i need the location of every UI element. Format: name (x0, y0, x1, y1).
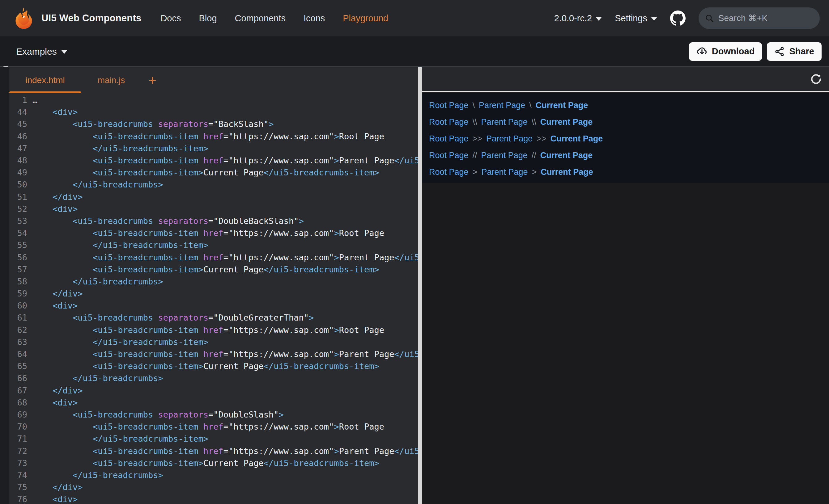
breadcrumb-link-parent[interactable]: Parent Page (481, 117, 528, 127)
settings-dropdown[interactable]: Settings (615, 13, 657, 24)
preview-content: Root Page\Parent Page\Current PageRoot P… (422, 93, 829, 504)
version-dropdown[interactable]: 2.0.0-rc.2 (554, 13, 602, 24)
code-text: <div> (32, 204, 78, 214)
tab-main-js[interactable]: main.js (81, 67, 142, 93)
code-line: 56 <ui5-breadcrumbs-item href="https://w… (9, 251, 418, 263)
code-line: 59 </div> (9, 287, 418, 300)
code-line: 65 <ui5-breadcrumbs-item>Current Page</u… (9, 360, 418, 372)
nav-link-docs[interactable]: Docs (160, 13, 181, 24)
code-text: </ui5-breadcrumbs> (32, 277, 163, 286)
line-number: 72 (9, 446, 27, 456)
code-text: <ui5-breadcrumbs separators="DoubleGreat… (32, 313, 314, 322)
ui5-phoenix-logo-icon (12, 7, 35, 30)
code-text: </ui5-breadcrumbs> (32, 373, 163, 383)
code-text: <ui5-breadcrumbs-item href="https://www.… (32, 325, 384, 335)
code-line: 44 <div> (9, 106, 418, 118)
code-text: <ui5-breadcrumbs-item>Current Page</ui5-… (32, 168, 379, 177)
download-label: Download (712, 46, 755, 56)
breadcrumb-link-root[interactable]: Root Page (429, 151, 469, 160)
code-text: </ui5-breadcrumbs-item> (32, 144, 208, 153)
breadcrumb-link-parent[interactable]: Parent Page (481, 151, 528, 160)
code-line: 50 </ui5-breadcrumbs> (9, 179, 418, 191)
code-line: 48 <ui5-breadcrumbs-item href="https://w… (9, 154, 418, 166)
code-text: </ui5-breadcrumbs> (32, 180, 163, 189)
code-line: 57 <ui5-breadcrumbs-item>Current Page</u… (9, 263, 418, 275)
line-number: 46 (9, 131, 27, 141)
line-number: 63 (9, 337, 27, 347)
brand-title: UI5 Web Components (41, 13, 141, 24)
code-line: 58 </ui5-breadcrumbs> (9, 275, 418, 287)
line-number: 69 (9, 410, 27, 419)
examples-dropdown[interactable]: Examples (16, 46, 67, 57)
code-text: <ui5-breadcrumbs-item href="https://www.… (32, 253, 418, 262)
code-text: <ui5-breadcrumbs separators="DoubleBackS… (32, 216, 304, 226)
breadcrumb-separator: \ (529, 101, 532, 110)
line-number: 50 (9, 180, 27, 189)
refresh-button[interactable] (808, 72, 823, 86)
breadcrumb-separator: // (532, 151, 536, 160)
breadcrumb-link-parent[interactable]: Parent Page (486, 134, 533, 144)
line-number: 54 (9, 228, 27, 238)
line-number: 68 (9, 398, 27, 408)
chevron-down-icon (651, 17, 657, 21)
code-line: 52 <div> (9, 203, 418, 215)
code-text: <ui5-breadcrumbs-item>Current Page</ui5-… (32, 265, 379, 274)
breadcrumb-row: Root Page\Parent Page\Current Page (429, 97, 829, 114)
nav-link-blog[interactable]: Blog (199, 13, 217, 24)
pane-splitter-handle[interactable] (418, 67, 422, 504)
examples-label: Examples (16, 46, 57, 57)
nav-link-icons[interactable]: Icons (303, 13, 325, 24)
line-number: 55 (9, 240, 27, 250)
breadcrumb-link-parent[interactable]: Parent Page (481, 167, 528, 177)
search-box[interactable] (698, 7, 820, 29)
code-text: <ui5-breadcrumbs-item>Current Page</ui5-… (32, 458, 379, 468)
code-line: 70 <ui5-breadcrumbs-item href="https://w… (9, 421, 418, 433)
breadcrumb-link-root[interactable]: Root Page (429, 134, 469, 144)
github-icon[interactable] (670, 10, 686, 26)
breadcrumb-current-page: Current Page (540, 151, 593, 160)
brand-home-link[interactable]: UI5 Web Components (12, 7, 141, 30)
code-text: <div> (32, 398, 78, 408)
code-line: 47 </ui5-breadcrumbs-item> (9, 142, 418, 154)
nav-link-components[interactable]: Components (235, 13, 286, 24)
search-input[interactable] (718, 13, 814, 23)
breadcrumb-link-root[interactable]: Root Page (429, 117, 469, 127)
code-line: 1… (9, 94, 418, 106)
add-tab-button[interactable]: + (142, 67, 163, 93)
refresh-icon (809, 73, 823, 85)
breadcrumb-row: Root Page//Parent Page//Current Page (429, 147, 829, 164)
breadcrumb-link-root[interactable]: Root Page (429, 167, 469, 177)
code-line: 68 <div> (9, 396, 418, 409)
code-text: </ui5-breadcrumbs> (32, 470, 163, 480)
version-label: 2.0.0-rc.2 (554, 13, 592, 24)
code-content[interactable]: 1…44 <div>45 <ui5-breadcrumbs separators… (9, 93, 418, 504)
breadcrumbs-demo-area: Root Page\Parent Page\Current PageRoot P… (422, 93, 829, 183)
breadcrumb-separator: \\ (532, 117, 536, 127)
code-line: 60 <div> (9, 300, 418, 312)
code-line: 67 </div> (9, 385, 418, 396)
settings-label: Settings (615, 13, 647, 24)
code-line: 66 </ui5-breadcrumbs> (9, 372, 418, 384)
breadcrumb-current-page: Current Page (536, 101, 588, 110)
code-line: 71 </ui5-breadcrumbs-item> (9, 433, 418, 445)
preview-pane: Root Page\Parent Page\Current PageRoot P… (422, 67, 829, 504)
breadcrumb-separator: > (473, 167, 477, 177)
code-text: <div> (32, 495, 78, 504)
code-text: </ui5-breadcrumbs-item> (32, 337, 208, 347)
code-text: </div> (32, 386, 83, 395)
breadcrumb-link-root[interactable]: Root Page (429, 101, 469, 110)
nav-link-playground[interactable]: Playground (343, 13, 388, 24)
share-label: Share (789, 46, 814, 56)
tab-index-html[interactable]: index.html (9, 67, 81, 93)
code-line: 51 </div> (9, 191, 418, 203)
breadcrumb-link-parent[interactable]: Parent Page (479, 101, 525, 110)
code-line: 72 <ui5-breadcrumbs-item href="https://w… (9, 445, 418, 457)
download-button[interactable]: Download (689, 42, 762, 61)
line-number: 58 (9, 277, 27, 286)
share-button[interactable]: Share (767, 42, 822, 61)
code-text: <ui5-breadcrumbs separators="DoubleSlash… (32, 410, 284, 419)
breadcrumb-separator: > (532, 167, 537, 177)
code-line: 55 </ui5-breadcrumbs-item> (9, 239, 418, 251)
breadcrumb-separator: >> (473, 134, 482, 144)
examples-toolbar: Examples Download Share (0, 36, 829, 66)
